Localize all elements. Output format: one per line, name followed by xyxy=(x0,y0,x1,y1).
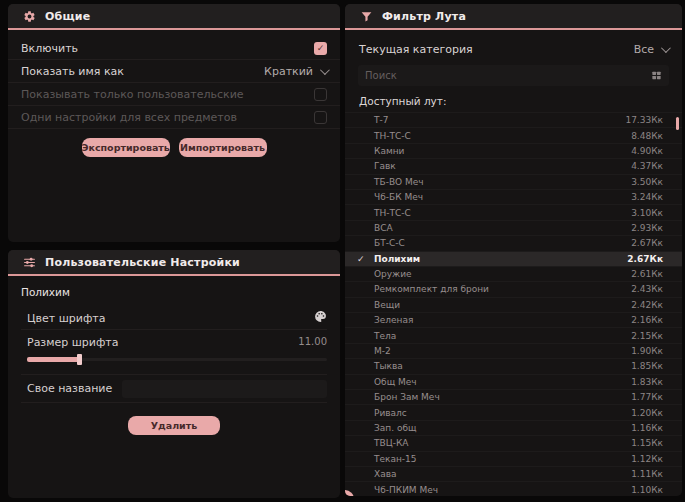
loot-item-value: 1.10Кк xyxy=(631,485,663,495)
chevron-down-icon xyxy=(661,43,671,53)
loot-item-name: Камни xyxy=(374,146,631,156)
scrollbar-thumb[interactable] xyxy=(676,117,679,130)
loot-item-value: 2.15Кк xyxy=(631,331,663,341)
loot-list-item[interactable]: Гавк 4.37Кк xyxy=(345,158,682,173)
selected-check-icon: ✓ xyxy=(357,254,374,264)
loot-item-value: 3.24Кк xyxy=(631,192,663,202)
display-name-select[interactable]: Краткий xyxy=(264,65,327,78)
loot-list-item[interactable]: Тыква 1.85Кк xyxy=(345,358,682,373)
only-custom-checkbox[interactable] xyxy=(314,88,327,101)
loot-list-item[interactable]: Ривалс 1.20Кк xyxy=(345,404,682,419)
funnel-icon xyxy=(360,10,373,23)
loot-list-item[interactable]: Хава 1.11Кк xyxy=(345,466,682,481)
slider-fill xyxy=(27,357,79,362)
loot-item-name: Чб-БК Меч xyxy=(374,192,631,202)
view-toggle-icon[interactable] xyxy=(651,66,662,85)
loot-list-item[interactable]: ТН-ТС-С 8.48Кк xyxy=(345,127,682,142)
only-custom-label: Показывать только пользовательские xyxy=(21,88,244,101)
loot-item-value: 2.61Кк xyxy=(631,269,663,279)
loot-item-name: ВСА xyxy=(374,223,631,233)
font-size-block: Размер шрифта 11.00 xyxy=(21,330,327,375)
loot-item-name: Текан-15 xyxy=(374,454,631,464)
single-settings-label: Одни настройки для всех предметов xyxy=(21,111,237,124)
loot-item-value: 2.67Кк xyxy=(631,238,663,248)
display-name-label: Показать имя как xyxy=(21,65,124,78)
palette-icon[interactable] xyxy=(314,310,327,326)
loot-item-value: 1.90Кк xyxy=(631,346,663,356)
loot-list-item[interactable]: ✓ Полихим 2.67Кк xyxy=(345,251,682,266)
only-custom-row: Показывать только пользовательские xyxy=(8,83,340,106)
search-placeholder: Поиск xyxy=(365,70,397,81)
single-settings-row: Одни настройки для всех предметов xyxy=(8,106,340,129)
loot-list-item[interactable]: Общ Меч 1.83Кк xyxy=(345,374,682,389)
custom-panel-header: Пользовательские Настройки xyxy=(8,250,340,276)
search-input[interactable]: Поиск xyxy=(358,65,669,86)
display-name-row: Показать имя как Краткий xyxy=(8,60,340,83)
loot-list-item[interactable]: Брон Зам Меч 1.77Кк xyxy=(345,389,682,404)
loot-list-item[interactable]: Текан-15 1.12Кк xyxy=(345,451,682,466)
loot-list-item[interactable]: Ремкомплект для брони 2.43Кк xyxy=(345,281,682,296)
loot-list-item[interactable]: ВСА 2.93Кк xyxy=(345,220,682,235)
loot-item-value: 1.20Кк xyxy=(631,408,663,418)
filter-panel-header: Фильтр Лута xyxy=(345,4,682,30)
loot-item-name: ТН-ТС-С xyxy=(374,208,631,218)
loot-list-item[interactable]: Оружие 2.61Кк xyxy=(345,266,682,281)
custom-name-input[interactable] xyxy=(122,380,327,398)
loot-item-name: Оружие xyxy=(374,269,631,279)
font-color-label: Цвет шрифта xyxy=(27,312,105,325)
loot-item-value: 1.15Кк xyxy=(631,438,663,448)
loot-list-item[interactable]: Камни 4.90Кк xyxy=(345,143,682,158)
loot-list-item[interactable]: Т-7 17.33Кк xyxy=(345,112,682,127)
loot-list: Т-7 17.33Кк ТН-ТС-С 8.48Кк Камни 4.90Кк … xyxy=(345,112,682,496)
delete-button[interactable]: Удалить xyxy=(128,416,220,435)
loot-list-item[interactable]: Зеленая 2.16Кк xyxy=(345,312,682,327)
export-button[interactable]: Экспортировать xyxy=(82,138,170,157)
loot-list-item[interactable]: ТВЦ-КА 1.15Кк xyxy=(345,435,682,450)
loot-item-name: ТБ-ВО Меч xyxy=(374,177,631,187)
gear-icon xyxy=(23,10,36,23)
loot-item-value: 2.67Кк xyxy=(627,254,663,264)
loot-list-item[interactable]: ТН-ТС-С 3.10Кк xyxy=(345,204,682,219)
available-loot-label: Доступный лут: xyxy=(359,95,668,107)
loot-item-name: Чб-ПКИМ Меч xyxy=(374,485,631,495)
loot-item-name: Т-7 xyxy=(374,115,625,125)
loot-list-item[interactable]: Чб-ПКИМ Меч 1.10Кк xyxy=(345,481,682,496)
enable-row: Включить ✓ xyxy=(8,37,340,60)
loot-list-item[interactable]: М-2 1.90Кк xyxy=(345,343,682,358)
loot-item-value: 2.93Кк xyxy=(631,223,663,233)
loot-item-name: БТ-С-С xyxy=(374,238,631,248)
loot-list-item[interactable]: ТБ-ВО Меч 3.50Кк xyxy=(345,174,682,189)
font-color-row[interactable]: Цвет шрифта xyxy=(21,307,327,330)
loot-item-value: 1.12Кк xyxy=(631,454,663,464)
category-select[interactable]: Все xyxy=(634,43,668,56)
general-settings-panel: Общие Включить ✓ Показать имя как Кратки… xyxy=(8,4,340,242)
loot-item-value: 2.43Кк xyxy=(631,284,663,294)
loot-item-value: 1.83Кк xyxy=(631,377,663,387)
custom-name-row: Свое название xyxy=(21,375,327,403)
loot-item-name: М-2 xyxy=(374,346,631,356)
loot-list-item[interactable]: Чб-БК Меч 3.24Кк xyxy=(345,189,682,204)
import-button[interactable]: Импортировать xyxy=(179,138,267,157)
category-value: Все xyxy=(634,43,654,56)
display-name-value: Краткий xyxy=(264,65,313,78)
font-size-slider[interactable] xyxy=(27,354,327,365)
loot-item-value: 3.10Кк xyxy=(631,208,663,218)
general-panel-header: Общие xyxy=(8,4,340,30)
loot-item-name: Хава xyxy=(374,469,631,479)
loot-item-name: Тела xyxy=(374,331,631,341)
loot-item-name: Общ Меч xyxy=(374,377,631,387)
custom-name-label: Свое название xyxy=(27,382,112,395)
loot-list-item[interactable]: БТ-С-С 2.67Кк xyxy=(345,235,682,250)
loot-list-item[interactable]: Вещи 2.42Кк xyxy=(345,297,682,312)
single-settings-checkbox[interactable] xyxy=(314,111,327,124)
enable-checkbox[interactable]: ✓ xyxy=(314,42,327,55)
loot-item-name: Полихим xyxy=(374,254,627,264)
loot-item-name: Ривалс xyxy=(374,408,631,418)
loot-list-item[interactable]: Тела 2.15Кк xyxy=(345,327,682,342)
loot-item-name: Ремкомплект для брони xyxy=(374,284,631,294)
slider-thumb[interactable] xyxy=(77,354,82,365)
category-row: Текущая категория Все xyxy=(345,37,682,62)
loot-list-item[interactable]: Зап. общ 1.16Кк xyxy=(345,420,682,435)
loot-item-value: 3.50Кк xyxy=(631,177,663,187)
loot-item-name: Тыква xyxy=(374,361,631,371)
